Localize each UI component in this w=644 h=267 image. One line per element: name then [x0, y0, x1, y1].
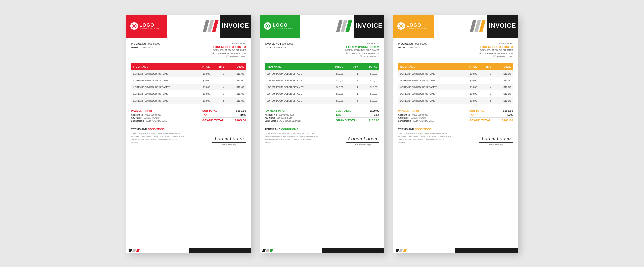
logo-area: LOGO TAGLINE GOES HERE [126, 15, 167, 38]
cell-price: $10,00 [327, 84, 345, 90]
ac-name-line: A/C Name LOREM IPSUM [265, 117, 301, 119]
table-header-row: ITEM NAME PRICE QTY TOTAL [131, 63, 246, 70]
cell-item: LOREM IPSUM DOLOR SIT AMET [398, 90, 460, 97]
meta-left: INVOICE NO : 000 00000 DATE : 20/10/2022 [265, 42, 293, 58]
invoice-number-line: INVOICE NO : 000 00000 [265, 42, 293, 45]
svg-point-3 [267, 25, 269, 27]
footer-strip-dark [129, 249, 132, 252]
cell-qty: 5 [345, 97, 360, 104]
col-price: PRICE [460, 63, 479, 70]
footer-strips [126, 248, 251, 253]
footer-section: PAYMENT INFO: Account No 0000 0000 0000 … [393, 106, 518, 125]
col-price: PRICE [327, 63, 345, 70]
signature-line [346, 142, 379, 143]
meta-right: INVOICE TO LOREM IPSUM LOREM LOREM IPSUM… [212, 42, 246, 58]
cell-item: LOREM IPSUM DOLOR SIT AMET [265, 70, 327, 77]
payment-info: PAYMENT INFO: Account No 0000 0000 0000 … [398, 109, 434, 123]
cell-price: $10,00 [460, 70, 479, 77]
client-website: ① YOURSITE GOES HERE.COM [479, 52, 513, 55]
meta-right: INVOICE TO LOREM IPSUM LOREM LOREM IPSUM… [479, 42, 513, 58]
ac-name-line: A/C Name LOREM IPSUM [398, 117, 434, 119]
grand-total-value: $100.00 [368, 119, 379, 122]
tax-value: 10% [507, 113, 513, 116]
col-item: ITEM NAME [265, 63, 327, 70]
subtotal-value: $100.00 [503, 109, 513, 112]
logo-box: LOGO TAGLINE GOES HERE [264, 22, 293, 30]
logo-icon [397, 22, 405, 30]
footer-strips [393, 248, 518, 253]
grand-total-row: GRAND TOTAL $100.00 [202, 119, 246, 122]
client-name: LOREM IPSUM LOREM [345, 45, 379, 49]
invoice-number-line: INVOICE NO : 000 00000 [398, 42, 427, 45]
cell-total: $10,00 [360, 77, 379, 84]
grand-total-label: GRAND TOTAL [469, 119, 491, 122]
cell-price: $10,00 [460, 97, 479, 104]
invoice-table: ITEM NAME PRICE QTY TOTAL LOREM IPSUM DO… [131, 63, 246, 104]
invoice-date-line: DATE : 20/10/2022 [131, 46, 160, 49]
header-title-block: INVOICE [354, 15, 384, 38]
col-total: TOTAL [493, 63, 513, 70]
cell-total: $10,00 [360, 90, 379, 97]
cell-total: $10,00 [226, 97, 246, 104]
cell-total: $10,00 [360, 70, 379, 77]
tax-value: 10% [240, 113, 246, 116]
cell-qty: 1 [345, 70, 360, 77]
invoice-meta: INVOICE NO : 000 00000 DATE : 20/10/2022… [393, 38, 518, 61]
footer-left [393, 248, 455, 253]
cell-item: LOREM IPSUM DOLOR SIT AMET [131, 90, 193, 97]
signature-block: Lorem Lorem Authorised Sign [479, 136, 513, 146]
account-no-line: Account No 0000 0000 0000 [131, 114, 167, 116]
footer-section: PAYMENT INFO: Account No 0000 0000 0000 … [126, 106, 251, 125]
meta-left: INVOICE NO : 000 00000 DATE : 20/10/2022 [131, 42, 160, 58]
footer-left [126, 248, 189, 253]
cell-price: $10,00 [460, 77, 479, 84]
col-price: PRICE [193, 63, 212, 70]
terms-accent: CONDITIONS [415, 128, 431, 131]
cell-qty: 1 [479, 70, 493, 77]
cell-price: $10,00 [460, 84, 479, 90]
footer-right-block [455, 248, 518, 253]
payment-info: PAYMENT INFO: Account No 0000 0000 0000 … [265, 109, 301, 123]
subtotal-row: SUB TOTAL $100.00 [202, 109, 246, 112]
header-stripes [434, 15, 487, 38]
cell-total: $10,00 [493, 90, 513, 97]
cell-qty: 5 [212, 97, 226, 104]
cell-item: LOREM IPSUM DOLOR SIT AMET [265, 90, 327, 97]
invoice-title: INVOICE [355, 22, 382, 29]
footer-strip-light [132, 249, 136, 252]
table-row: LOREM IPSUM DOLOR SIT AMET $10,00 2 $10,… [265, 77, 379, 84]
header-title-block: INVOICE [220, 15, 251, 38]
payment-label: PAYMENT INFO: [131, 109, 167, 112]
tax-label: TAX [202, 113, 207, 116]
subtotal-row: SUB TOTAL $100.00 [469, 109, 513, 112]
table-row: LOREM IPSUM DOLOR SIT AMET $10,00 4 $10,… [131, 84, 246, 90]
account-no-line: Account No 0000 0000 0000 [398, 114, 434, 116]
cell-price: $10,00 [327, 90, 345, 97]
footer-strip-dark [396, 249, 399, 252]
ac-name-line: A/C Name LOREM IPSUM [131, 117, 167, 119]
client-website: ① YOURSITE GOES HERE.COM [212, 52, 246, 55]
subtotal-label: SUB TOTAL [336, 109, 351, 112]
cell-total: $10,00 [226, 70, 246, 77]
cell-item: LOREM IPSUM DOLOR SIT AMET [131, 70, 193, 77]
grand-total-row: GRAND TOTAL $100.00 [336, 119, 379, 122]
table-row: LOREM IPSUM DOLOR SIT AMET $10,00 1 $10,… [131, 70, 246, 77]
invoice-to-label: INVOICE TO [479, 42, 513, 45]
footer-left [260, 248, 322, 253]
cell-price: $10,00 [193, 84, 212, 90]
logo-icon [264, 22, 271, 30]
bank-line: Bank Details ADD YOUR DETAILS [131, 120, 167, 122]
cell-item: LOREM IPSUM DOLOR SIT AMET [265, 84, 327, 90]
payment-label: PAYMENT INFO: [398, 109, 434, 112]
cell-item: LOREM IPSUM DOLOR SIT AMET [398, 70, 460, 77]
authorised-sign-label: Authorised Sign [346, 143, 379, 146]
client-address: LOREM IPSUM DOLOR SIT AMET [212, 49, 246, 52]
client-name: LOREM IPSUM LOREM [212, 45, 246, 49]
col-item: ITEM NAME [131, 63, 193, 70]
client-website: ① YOURSITE GOES HERE.COM [345, 52, 379, 55]
table-row: LOREM IPSUM DOLOR SIT AMET $10,00 5 $10,… [265, 97, 379, 104]
invoice-to-label: INVOICE TO [345, 42, 379, 45]
table-row: LOREM IPSUM DOLOR SIT AMET $10,00 2 $10,… [398, 77, 513, 84]
footer-strip-dark [262, 249, 266, 252]
totals-block: SUB TOTAL $100.00 TAX 10% GRAND TOTAL $1… [202, 109, 246, 123]
